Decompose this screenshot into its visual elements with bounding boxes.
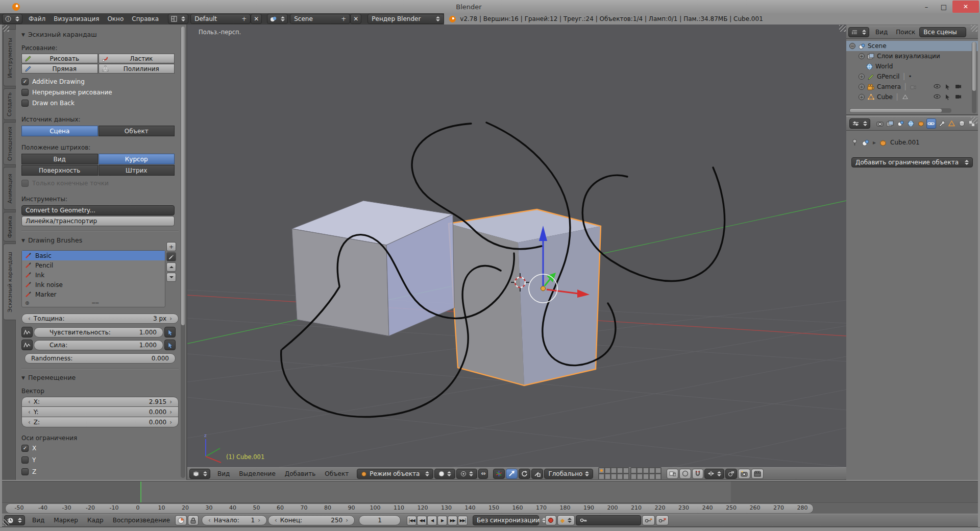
scene-name-field[interactable]: Scene+ [290, 14, 350, 24]
tree-row-render-layers[interactable]: + Слои визуализации [846, 51, 978, 61]
expand-plus-icon[interactable]: + [859, 74, 865, 80]
manipulate-centers-button[interactable]: ⇔ [478, 469, 488, 479]
region-corner-grip[interactable] [971, 117, 977, 124]
brush-item-marker[interactable]: Marker [22, 289, 165, 299]
menu-timeline-view[interactable]: Вид [28, 517, 48, 524]
cursor-arrow-icon[interactable] [945, 94, 950, 100]
tab-world[interactable] [906, 118, 916, 129]
eye-icon[interactable] [934, 84, 941, 90]
menu-frame[interactable]: Кадр [83, 517, 108, 524]
vector-z-field[interactable]: Z:0.000 [21, 417, 179, 427]
cursor-arrow-icon[interactable] [945, 84, 950, 90]
randomness-slider[interactable]: Randomness:0.000 [24, 353, 176, 364]
lock-to-scene-button[interactable] [667, 469, 678, 479]
tab-scene[interactable] [896, 118, 905, 129]
manipulator-rotate-button[interactable] [519, 469, 530, 479]
sync-mode-select[interactable]: Без синхронизации [473, 515, 539, 525]
menu-window[interactable]: Окно [103, 15, 128, 22]
expand-plus-icon[interactable]: + [859, 84, 865, 90]
snap-toggle-button[interactable] [692, 469, 703, 479]
poly-button[interactable]: Полилиния [99, 64, 175, 74]
drawing-brushes-panel-header[interactable]: ▼Drawing Brushes [21, 236, 176, 244]
sensitivity-slider[interactable]: Чувствительность:1.000 [34, 327, 163, 337]
close-button[interactable]: ✕ [952, 1, 979, 13]
tree-row-gpencil[interactable]: + GPencil │ • [846, 71, 978, 82]
placement-view-button[interactable]: Вид [21, 154, 98, 164]
menu-outliner-view[interactable]: Вид [871, 29, 892, 36]
record-button[interactable] [545, 515, 556, 525]
mode-select[interactable]: Режим объекта [357, 469, 433, 479]
expand-plus-icon[interactable]: + [859, 53, 865, 59]
erase-button[interactable]: Ластик [99, 54, 175, 63]
eye-icon[interactable] [934, 94, 941, 100]
ruler-protractor-button[interactable]: Линейка/транспортир [21, 216, 175, 226]
tab-constraints[interactable] [926, 118, 936, 129]
menu-add[interactable]: Добавить [281, 470, 320, 477]
axis-y-checkbox[interactable]: Y [21, 456, 176, 464]
menu-help[interactable]: Справка [128, 15, 163, 22]
region-corner-grip[interactable] [971, 25, 977, 32]
source-object-button[interactable]: Объект [99, 126, 175, 136]
tab-object[interactable] [916, 118, 926, 129]
move-brush-down-button[interactable] [166, 273, 176, 282]
layers-grid-right[interactable] [630, 467, 662, 480]
menu-marker[interactable]: Маркер [50, 517, 82, 524]
pin-icon[interactable] [851, 139, 858, 146]
strength-slider[interactable]: Сила:1.000 [34, 340, 163, 350]
play-reverse-button[interactable]: ◀ [427, 516, 437, 525]
draw-on-back-checkbox[interactable]: Draw on Back [21, 100, 176, 107]
brush-item-ink-noise[interactable]: Ink noise [22, 280, 165, 289]
menu-playback[interactable]: Воспроизведение [109, 517, 174, 524]
tree-row-camera[interactable]: + Camera │ [846, 82, 978, 92]
current-frame-playhead[interactable] [140, 481, 141, 502]
tab-render[interactable] [875, 118, 885, 129]
convert-to-geometry-button[interactable]: Convert to Geometry... [21, 205, 175, 215]
vector-y-field[interactable]: Y:0.000 [21, 407, 179, 417]
pivot-select[interactable] [456, 469, 477, 479]
menu-render[interactable]: Визуализация [50, 15, 103, 22]
source-scene-button[interactable]: Сцена [21, 126, 98, 136]
jump-to-end-button[interactable]: ▶▶| [458, 516, 468, 525]
grease-pencil-panel-header[interactable]: ▼Эскизный карандаш [21, 31, 176, 38]
line-button[interactable]: Прямая [21, 64, 98, 74]
draw-button[interactable]: Рисовать [21, 54, 98, 63]
tab-data[interactable] [947, 118, 957, 129]
brush-item-pencil[interactable]: Pencil [22, 260, 165, 270]
end-frame-field[interactable]: Конец:250 [268, 515, 355, 525]
camera-restrict-icon[interactable] [955, 84, 962, 90]
prev-keyframe-button[interactable]: ◀◀ [417, 516, 427, 525]
manipulator-axis-button[interactable] [493, 469, 505, 479]
strength-curve-icon-button[interactable] [21, 340, 33, 350]
tab-modifiers[interactable] [937, 118, 946, 129]
tab-physics[interactable]: Физика [3, 212, 16, 242]
resize-grip-icon[interactable]: ══ [29, 300, 162, 306]
start-frame-field[interactable]: Начало:1 [202, 515, 267, 525]
tab-render-layers[interactable] [886, 118, 895, 129]
layers-grid-left[interactable] [598, 467, 629, 480]
current-frame-field[interactable]: 1 [359, 515, 401, 525]
delete-keyframe-button[interactable] [656, 515, 669, 525]
minimize-button[interactable]: – [918, 3, 935, 11]
cube-unselected[interactable] [292, 201, 454, 336]
menu-object[interactable]: Объект [321, 470, 353, 477]
preview-range-button[interactable] [175, 515, 187, 525]
region-corner-grip[interactable] [839, 25, 846, 32]
lock-range-button[interactable] [188, 515, 199, 525]
tab-tools[interactable]: Инструменты [3, 29, 16, 86]
move-panel-header[interactable]: ▼Перемещение [21, 374, 176, 381]
region-corner-grip[interactable] [3, 25, 9, 32]
manipulator-scale-button[interactable] [531, 469, 543, 479]
expand-plus-icon[interactable]: + [859, 94, 865, 100]
play-button[interactable]: ▶ [437, 516, 447, 525]
vector-x-field[interactable]: X:2.915 [21, 397, 179, 407]
opengl-render-anim-button[interactable] [751, 469, 764, 479]
placement-stroke-button[interactable]: Штрих [99, 165, 175, 176]
menu-file[interactable]: Файл [24, 15, 50, 22]
editor-type-info-button[interactable]: i [2, 14, 22, 24]
render-engine-select[interactable]: Рендер Blender [368, 14, 444, 24]
add-layout-icon[interactable]: + [241, 15, 247, 22]
editor-type-outliner-button[interactable] [848, 27, 869, 37]
tree-row-scene[interactable]: − Scene [846, 41, 978, 51]
axis-x-checkbox[interactable]: X [21, 445, 176, 452]
orientation-select[interactable]: Глобально [544, 469, 593, 479]
